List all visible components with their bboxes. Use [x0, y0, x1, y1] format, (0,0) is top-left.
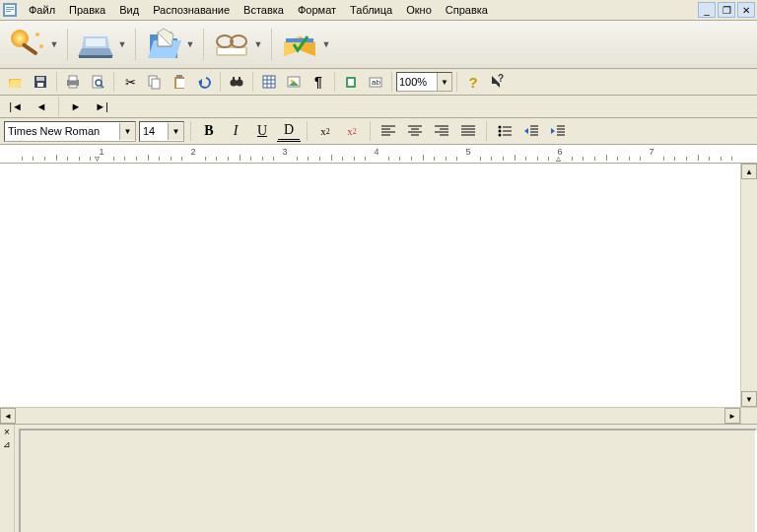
- menu-insert[interactable]: Вставка: [237, 2, 291, 18]
- open-button[interactable]: [4, 70, 28, 94]
- find-button[interactable]: [225, 70, 248, 94]
- outdent-icon: [524, 125, 538, 137]
- bullets-button[interactable]: [493, 119, 516, 143]
- zoom-input[interactable]: [397, 76, 437, 88]
- dropdown-icon[interactable]: ▼: [49, 39, 59, 49]
- next-icon: ►: [71, 100, 82, 112]
- dropdown-icon[interactable]: ▼: [253, 39, 263, 49]
- print-preview-button[interactable]: [86, 70, 109, 94]
- ruler-tick: [136, 157, 137, 161]
- align-right-button[interactable]: [430, 119, 453, 143]
- save-button[interactable]: [29, 70, 52, 94]
- menu-format[interactable]: Формат: [291, 2, 343, 18]
- ruler-tick: [709, 157, 710, 161]
- scroll-track[interactable]: [16, 408, 724, 424]
- mdi-restore-button[interactable]: ❐: [718, 2, 735, 18]
- help-button[interactable]: ?: [461, 70, 485, 94]
- double-underline-button[interactable]: D: [277, 120, 301, 142]
- menu-view[interactable]: Вид: [112, 2, 146, 18]
- copy-button[interactable]: [143, 70, 167, 94]
- ruler-tick: [33, 157, 34, 161]
- ruler-tick: [411, 157, 412, 161]
- menu-window[interactable]: Окно: [399, 2, 439, 18]
- panel-pin-button[interactable]: ⊿: [3, 439, 11, 449]
- bold-button[interactable]: B: [197, 119, 221, 143]
- subscript-button[interactable]: x2: [340, 119, 364, 143]
- dropdown-icon[interactable]: ▼: [321, 39, 331, 49]
- whats-this-button[interactable]: ?: [486, 70, 510, 94]
- underline-button[interactable]: U: [250, 119, 274, 143]
- recognize-button[interactable]: ▼: [210, 25, 265, 64]
- copy-icon: [147, 74, 163, 90]
- undo-button[interactable]: [192, 70, 216, 94]
- ruler-tick: [148, 155, 149, 161]
- language-button[interactable]: ab: [364, 70, 387, 94]
- dropdown-icon[interactable]: ▼: [437, 73, 451, 91]
- insert-image-button[interactable]: [282, 70, 306, 94]
- menu-table[interactable]: Таблица: [343, 2, 399, 18]
- scroll-up-button[interactable]: ▲: [741, 164, 757, 179]
- paste-button[interactable]: [168, 70, 191, 94]
- menu-help[interactable]: Справка: [439, 2, 495, 18]
- separator: [190, 121, 191, 141]
- align-justify-button[interactable]: [456, 119, 480, 143]
- svg-marker-86: [551, 128, 555, 134]
- vertical-scrollbar[interactable]: ▲ ▼: [740, 164, 757, 407]
- ruler-tick: [617, 157, 618, 161]
- align-left-button[interactable]: [377, 119, 400, 143]
- first-page-button[interactable]: |◄: [4, 95, 28, 118]
- decrease-indent-button[interactable]: [519, 119, 543, 143]
- ruler-number: 7: [649, 147, 654, 157]
- separator: [456, 72, 457, 92]
- ruler-tick: [515, 155, 516, 161]
- menu-edit[interactable]: Правка: [62, 2, 112, 18]
- font-size-combo[interactable]: ▼: [139, 121, 184, 142]
- scroll-right-button[interactable]: ►: [724, 408, 740, 424]
- dropdown-icon[interactable]: ▼: [119, 123, 135, 140]
- font-family-combo[interactable]: ▼: [4, 121, 136, 142]
- print-button[interactable]: [61, 70, 85, 94]
- show-formatting-button[interactable]: ¶: [307, 70, 330, 94]
- scroll-down-button[interactable]: ▼: [741, 391, 757, 407]
- check-spelling-button[interactable]: ▼: [278, 25, 333, 64]
- align-center-button[interactable]: [403, 119, 427, 143]
- ruler-tick: [297, 157, 298, 161]
- italic-button[interactable]: I: [224, 119, 247, 143]
- lang-icon: ab: [368, 74, 383, 90]
- panel-close-button[interactable]: ×: [4, 427, 10, 437]
- align-right-icon: [435, 125, 448, 137]
- dropdown-icon[interactable]: ▼: [168, 123, 183, 140]
- cut-button[interactable]: ✂: [118, 70, 142, 94]
- standard-toolbar: ✂ ¶ ab ▼ ? ?: [0, 69, 757, 96]
- dropdown-icon[interactable]: ▼: [117, 39, 127, 49]
- scan-wizard-button[interactable]: ▼: [6, 25, 61, 64]
- ruler-tick: [686, 157, 687, 161]
- font-family-input[interactable]: [5, 124, 119, 138]
- panel-content[interactable]: [19, 429, 757, 532]
- ruler-tick: [572, 157, 573, 161]
- mdi-close-button[interactable]: ✕: [737, 2, 755, 18]
- document-canvas[interactable]: [0, 164, 740, 407]
- scan-button[interactable]: ▼: [74, 25, 129, 64]
- font-size-input[interactable]: [140, 124, 168, 138]
- menu-recognize[interactable]: Распознавание: [146, 2, 237, 18]
- horizontal-ruler[interactable]: ▿ ▵ 1234567: [0, 145, 757, 164]
- ruler-tick: [319, 157, 320, 161]
- zoom-combo[interactable]: ▼: [396, 72, 452, 92]
- menu-file[interactable]: Файл: [22, 2, 62, 18]
- insert-table-button[interactable]: [257, 70, 281, 94]
- wand-icon: [8, 27, 47, 62]
- dropdown-icon[interactable]: ▼: [185, 39, 195, 49]
- image-icon: [286, 74, 302, 90]
- horizontal-scrollbar[interactable]: ◄ ►: [0, 407, 757, 424]
- dictionary-button[interactable]: [339, 70, 363, 94]
- prev-page-button[interactable]: ◄: [30, 95, 53, 118]
- last-page-button[interactable]: ►|: [90, 95, 113, 118]
- mdi-minimize-button[interactable]: _: [698, 2, 716, 18]
- superscript-button[interactable]: x2: [313, 119, 337, 143]
- scroll-left-button[interactable]: ◄: [0, 408, 16, 424]
- separator: [56, 72, 57, 92]
- open-image-button[interactable]: ▼: [142, 25, 197, 64]
- next-page-button[interactable]: ►: [64, 95, 88, 118]
- increase-indent-button[interactable]: [546, 119, 570, 143]
